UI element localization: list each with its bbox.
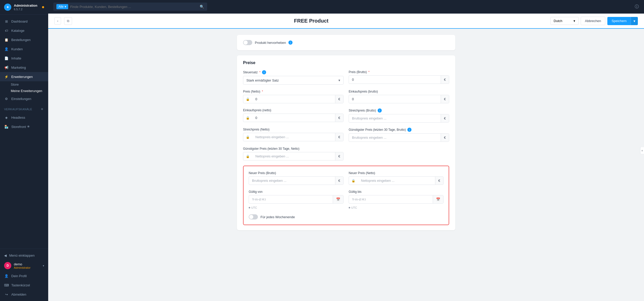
sidebar-item-label: Abmelden [11, 293, 26, 296]
gueltig-bis-input[interactable] [349, 195, 433, 203]
search-icon: 🔍 [200, 5, 204, 9]
right-sidebar-handle[interactable]: ≡ [640, 147, 644, 154]
app-version: 6.5.7.2 [14, 8, 37, 11]
streichpreis-brutto-input[interactable] [349, 114, 441, 122]
produkt-hervorheben-toggle[interactable] [243, 40, 252, 45]
neuer-preis-section: Neuer Preis (Brutto) € Neuer Preis (Nett… [243, 166, 449, 225]
steuersatz-info-icon[interactable]: i [262, 70, 266, 74]
sidebar-item-label: Dashboard [11, 19, 28, 23]
produkt-hervorheben-info-icon[interactable]: i [288, 41, 293, 45]
streichpreis-brutto-group: Streichpreis (Brutto) i € [349, 108, 449, 123]
sidebar-item-kunden[interactable]: 👤 Kunden [0, 44, 48, 54]
gueltig-bis-group: Gültig bis 📅 UTC [349, 190, 444, 209]
user-chevron-icon: ▾ [43, 264, 44, 267]
sidebar-footer: ◀ Menü einklappen D demo Administrator ▾… [0, 249, 48, 301]
neuer-preis-brutto-input[interactable] [249, 177, 335, 185]
sidebar-sub-store[interactable]: Store [0, 81, 48, 88]
sidebar-item-headless[interactable]: ◈ Headless [0, 113, 48, 122]
app-logo: ✦ [4, 4, 11, 11]
sidebar: ✦ Administration 6.5.7.2 ⊞ Dashboard 🏷 K… [0, 0, 48, 301]
sidebar-item-erweiterungen[interactable]: ⚡ Erweiterungen [0, 72, 48, 81]
sidebar-item-label: Erweiterungen [11, 75, 33, 79]
cancel-button[interactable]: Abbrechen [581, 17, 606, 25]
sidebar-sub-meine-erweiterungen[interactable]: Meine Erweiterungen [0, 88, 48, 94]
guenstigster-info-icon[interactable]: i [407, 128, 411, 132]
sidebar-item-dein-profil[interactable]: 👤 Dein Profil [0, 271, 48, 280]
steuersatz-chevron-icon: ▾ [335, 76, 343, 84]
einkaufspreis-netto-wrapper: 🔒 € [243, 114, 344, 122]
sidebar-item-tastenkuerzel[interactable]: ⌨ Tastenkürzel [0, 280, 48, 290]
einkaufspreis-brutto-wrapper: € [349, 95, 449, 103]
preis-brutto-currency: € [441, 76, 449, 84]
page-actions: Dutch ▾ Abbrechen Speichern ▾ [550, 17, 638, 25]
streichpreis-info-icon[interactable]: i [378, 108, 382, 113]
user-section[interactable]: D demo Administrator ▾ [0, 260, 48, 271]
neuer-preis-netto-wrapper: 🔒 € [349, 176, 444, 185]
calendar-icon-bis[interactable]: 📅 [433, 195, 443, 203]
save-dropdown-button[interactable]: ▾ [631, 17, 638, 25]
calendar-icon-von[interactable]: 📅 [333, 195, 343, 203]
preis-brutto-input[interactable] [349, 76, 441, 84]
help-icon[interactable]: ⓘ [635, 4, 639, 9]
gueltig-von-input[interactable] [249, 195, 333, 203]
inhalte-icon: 📄 [4, 56, 9, 61]
save-button[interactable]: Speichern [607, 17, 631, 25]
sidebar-item-label: Kataloge [11, 29, 24, 33]
neuer-preis-netto-group: Neuer Preis (Netto) 🔒 € [349, 171, 444, 185]
streichpreis-netto-currency: € [335, 133, 343, 141]
search-filter-button[interactable]: Alle ▾ [56, 4, 68, 9]
lock-icon-5[interactable]: 🔒 [349, 177, 358, 185]
sidebar-item-label: Headless [11, 116, 25, 119]
gueltig-von-utc: UTC [249, 206, 344, 209]
steuersatz-label: Steuersatz * i [243, 70, 344, 74]
guenstigster-brutto-label: Günstigster Preis (letzten 30 Tage, Brut… [349, 128, 449, 132]
sidebar-item-abmelden[interactable]: ↪ Abmelden [0, 290, 48, 299]
einkaufspreis-brutto-input[interactable] [349, 95, 441, 103]
main-area: Alle ▾ 🔍 ⓘ ‹ ⧉ FREE Product Dutch ▾ Abbr… [48, 0, 644, 301]
sidebar-item-einstellungen[interactable]: ⚙ Einstellungen [0, 94, 48, 103]
search-input[interactable] [70, 5, 198, 9]
lock-icon-2[interactable]: 🔒 [243, 114, 252, 122]
preis-netto-input-wrapper: 🔒 € [243, 95, 344, 103]
sidebar-item-inhalte[interactable]: 📄 Inhalte [0, 54, 48, 63]
utc-dot [249, 207, 250, 208]
language-select[interactable]: Dutch ▾ [550, 17, 579, 25]
add-verkaufskanal-button[interactable]: ＋ [40, 106, 44, 112]
copy-button[interactable]: ⧉ [64, 17, 72, 25]
profil-icon: 👤 [4, 274, 9, 278]
guenstigster-brutto-input[interactable] [349, 134, 441, 142]
steuersatz-select[interactable]: Stark ermäßigter Satz [243, 76, 335, 84]
marketing-icon: 📢 [4, 65, 9, 70]
einkaufspreis-brutto-currency: € [441, 95, 449, 103]
lock-icon-4[interactable]: 🔒 [243, 153, 252, 160]
sidebar-item-label: Bestellungen [11, 38, 31, 42]
guenstigster-netto-input[interactable] [252, 152, 335, 160]
back-button[interactable]: ‹ [54, 17, 61, 25]
neuer-preis-netto-input[interactable] [358, 177, 435, 185]
sidebar-item-bestellungen[interactable]: 📋 Bestellungen [0, 35, 48, 44]
streichpreis-netto-input[interactable] [252, 133, 335, 141]
preis-brutto-label: Preis (Brutto) * [349, 70, 449, 74]
sidebar-item-kataloge[interactable]: 🏷 Kataloge [0, 26, 48, 35]
preis-netto-label: Preis (Netto) * [243, 90, 344, 93]
neuer-preis-brutto-group: Neuer Preis (Brutto) € [249, 171, 344, 185]
preis-netto-currency: € [335, 95, 343, 103]
lock-icon-3[interactable]: 🔒 [243, 133, 252, 141]
menu-collapse-button[interactable]: ◀ Menü einklappen [0, 251, 48, 260]
eye-icon[interactable]: 👁 [27, 125, 30, 128]
user-avatar: D [4, 262, 11, 269]
sidebar-item-marketing[interactable]: 📢 Marketing [0, 63, 48, 72]
preise-section-title: Preise [243, 61, 449, 65]
language-value: Dutch [554, 19, 562, 23]
gueltig-bis-utc: UTC [349, 206, 444, 209]
topbar: Alle ▾ 🔍 ⓘ [48, 0, 644, 14]
wochenende-toggle[interactable] [249, 214, 258, 219]
preis-netto-input[interactable] [252, 95, 335, 103]
filter-chevron-icon: ▾ [65, 5, 66, 8]
sidebar-item-dashboard[interactable]: ⊞ Dashboard [0, 17, 48, 26]
sidebar-item-storefront[interactable]: 🏪 Storefront 👁 [0, 122, 48, 131]
fuer-jedes-wochenende-group: Für jedes Wochenende [249, 214, 444, 219]
lock-icon[interactable]: 🔒 [243, 95, 252, 103]
collapse-label: Menü einklappen [9, 254, 35, 257]
einkaufspreis-netto-input[interactable] [252, 114, 335, 122]
